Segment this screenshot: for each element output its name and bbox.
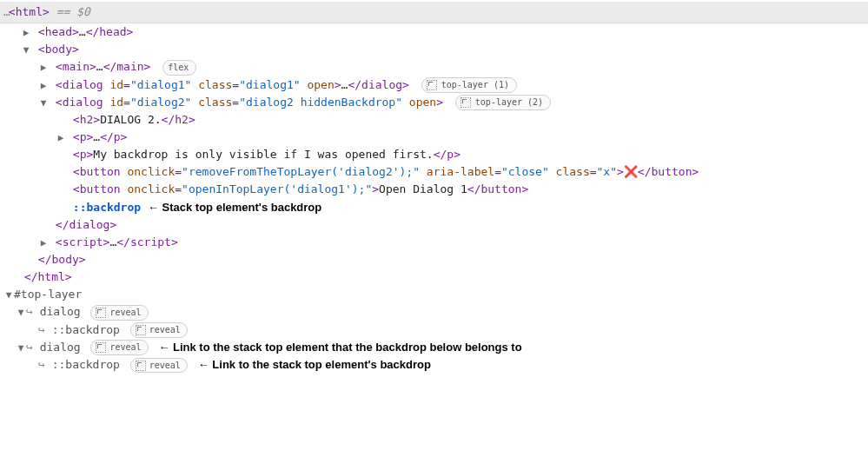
node-head[interactable]: ▶ <head>…</head> xyxy=(0,23,868,41)
node-button-open-dialog1[interactable]: <button onclick="openInTopLayer('dialog1… xyxy=(0,181,868,198)
expand-toggle-icon[interactable]: ▶ xyxy=(38,78,49,93)
node-html-close[interactable]: </html> xyxy=(0,268,868,286)
collapse-toggle-icon[interactable]: ▼ xyxy=(16,341,26,355)
top-layer-backdrop-2[interactable]: ↪ ::backdrop reveal ← Link to the stack … xyxy=(0,356,868,374)
annotation-label: ← Stack top element's backdrop xyxy=(148,201,321,214)
node-dialog2-close[interactable]: </dialog> xyxy=(0,216,868,234)
node-dialog2-open[interactable]: ▼ <dialog id="dialog2" class="dialog2 hi… xyxy=(0,94,868,111)
reveal-badge[interactable]: reveal xyxy=(90,305,148,321)
node-script[interactable]: ▶ <script>…</script> xyxy=(0,234,868,251)
expand-toggle-icon[interactable]: ▶ xyxy=(21,25,31,40)
collapse-toggle-icon[interactable]: ▼ xyxy=(21,43,31,57)
node-pseudo-backdrop[interactable]: ::backdrop ← Stack top element's backdro… xyxy=(0,199,868,216)
node-dialog1[interactable]: ▶ <dialog id="dialog1" class="dialog1" o… xyxy=(0,76,868,94)
dom-tree: …<html> == $0 ▶ <head>…</head> ▼ <body> … xyxy=(0,0,868,382)
reveal-badge[interactable]: reveal xyxy=(130,322,188,338)
top-layer-dialog-2[interactable]: ▼↪ dialog reveal ← Link to the stack top… xyxy=(0,339,868,356)
link-arrow-icon: ↪ xyxy=(38,358,45,371)
collapse-toggle-icon[interactable]: ▼ xyxy=(16,305,26,320)
expand-toggle-icon[interactable]: ▶ xyxy=(56,130,66,145)
reveal-icon xyxy=(96,342,106,353)
top-layer-heading[interactable]: ▼#top-layer xyxy=(0,286,868,303)
reveal-badge[interactable]: reveal xyxy=(90,340,148,355)
flex-badge[interactable]: flex xyxy=(162,60,196,76)
reveal-icon xyxy=(427,80,437,90)
selection-indicator: == $0 xyxy=(56,5,90,18)
top-layer-dialog-1[interactable]: ▼↪ dialog reveal xyxy=(0,303,868,321)
top-layer-badge[interactable]: top-layer (2) xyxy=(455,95,551,110)
link-arrow-icon: ↪ xyxy=(26,341,33,354)
reveal-icon xyxy=(96,308,106,318)
cross-mark-icon: ❌ xyxy=(624,165,638,178)
link-arrow-icon: ↪ xyxy=(38,323,45,336)
node-main[interactable]: ▶ <main>…</main> flex xyxy=(0,58,868,76)
reveal-icon xyxy=(136,361,146,371)
collapse-toggle-icon[interactable]: ▼ xyxy=(3,288,14,302)
node-h2[interactable]: <h2>DIALOG 2.</h2> xyxy=(0,111,868,129)
reveal-badge[interactable]: reveal xyxy=(130,358,188,374)
link-arrow-icon: ↪ xyxy=(26,305,33,318)
reveal-icon xyxy=(461,97,471,108)
collapse-toggle-icon[interactable]: ▼ xyxy=(38,96,49,110)
selected-node-row[interactable]: …<html> == $0 xyxy=(0,2,868,23)
top-layer-backdrop-1[interactable]: ↪ ::backdrop reveal xyxy=(0,321,868,339)
node-body-close[interactable]: </body> xyxy=(0,251,868,268)
top-layer-badge[interactable]: top-layer (1) xyxy=(421,77,517,93)
reveal-icon xyxy=(136,325,146,335)
node-button-close[interactable]: <button onclick="removeFromTheTopLayer('… xyxy=(0,163,868,181)
expand-toggle-icon[interactable]: ▶ xyxy=(38,235,49,250)
annotation-label: ← Link to the stack top element that the… xyxy=(158,341,521,354)
node-p-text[interactable]: <p>My backdrop is only visible if I was … xyxy=(0,146,868,163)
node-p-collapsed[interactable]: ▶ <p>…</p> xyxy=(0,129,868,146)
annotation-label: ← Link to the stack top element's backdr… xyxy=(198,358,431,371)
expand-toggle-icon[interactable]: ▶ xyxy=(38,60,49,75)
node-body-open[interactable]: ▼ <body> xyxy=(0,41,868,58)
